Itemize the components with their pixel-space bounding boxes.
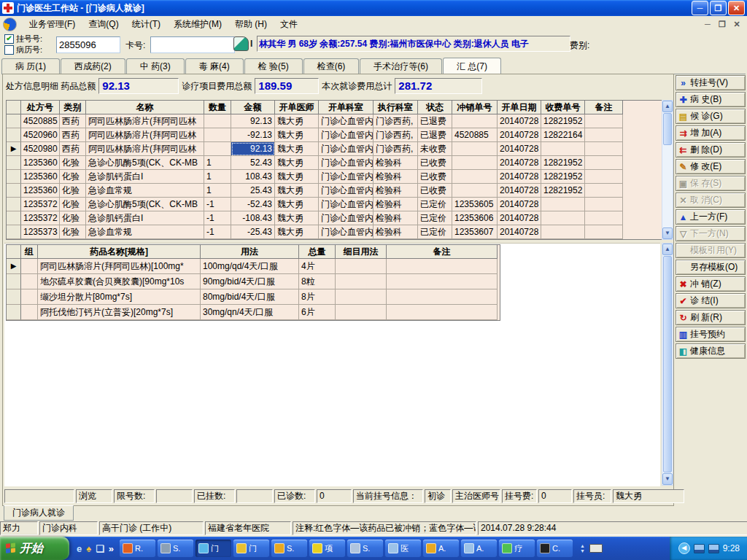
table-cell[interactable]: 魏大勇	[275, 170, 319, 184]
table-cell[interactable]: 门诊心血管内	[319, 198, 374, 211]
card-input[interactable]	[150, 36, 235, 53]
task-button-7[interactable]: 医	[385, 540, 421, 557]
keyboard-icon[interactable]	[589, 544, 603, 553]
table-cell[interactable]: 未收费	[418, 142, 452, 156]
table-cell[interactable]: 门诊心血管内	[319, 156, 374, 170]
table-cell[interactable]: 1235360	[21, 184, 60, 198]
table-cell[interactable]: 魏大勇	[275, 184, 319, 198]
scroll-down-icon[interactable]: ▼	[662, 228, 673, 239]
sidebar-button-8[interactable]: ▲上一方(F)	[676, 209, 746, 225]
table-cell[interactable]: 门诊心血管内	[319, 211, 374, 225]
scroll-up-icon[interactable]: ▲	[662, 101, 673, 112]
table-cell[interactable]: 4520885	[21, 114, 60, 128]
table-cell[interactable]: 魏大勇	[275, 211, 319, 225]
table-cell[interactable]: -1	[204, 211, 231, 225]
table-cell[interactable]: 检验科	[374, 225, 418, 239]
table-cell[interactable]: 已退费	[418, 128, 452, 142]
table-cell[interactable]: 20140728	[498, 198, 541, 211]
table-cell[interactable]: 1235372	[21, 198, 60, 211]
task-button-9[interactable]: A.	[461, 540, 497, 557]
tab-6[interactable]: 手术治疗等(6)	[360, 58, 442, 74]
table-cell[interactable]: 西药	[60, 128, 86, 142]
table-cell[interactable]: 已收费	[418, 184, 452, 198]
row-indicator[interactable]	[7, 211, 21, 225]
table-cell[interactable]: 西药	[60, 142, 86, 156]
table-cell[interactable]: 门诊西药,	[374, 142, 418, 156]
menu-item-4[interactable]: 帮助 (H)	[228, 17, 274, 32]
table-cell[interactable]: 缬沙坦分散片[80mg*7s]	[38, 289, 201, 305]
table-cell[interactable]: 已定价	[418, 225, 452, 239]
table-cell[interactable]: 20140728	[498, 170, 541, 184]
table-cell[interactable]: 魏大勇	[275, 142, 319, 156]
table-cell[interactable]: 1	[204, 170, 231, 184]
sidebar-button-1[interactable]: ✚病 史(B)	[676, 92, 746, 107]
task-button-1[interactable]: S.	[158, 540, 193, 557]
table-cell[interactable]: -52.43	[231, 198, 275, 211]
table-cell[interactable]: 急诊心肌酶5项(CK、CK-MB	[86, 198, 204, 211]
task-button-3[interactable]: 门	[233, 540, 269, 557]
card-reader-icon[interactable]	[233, 36, 249, 51]
regno-checkbox[interactable]: ✔	[4, 34, 14, 44]
table-cell[interactable]	[336, 305, 387, 320]
task-button-2[interactable]: 门	[196, 540, 231, 557]
sidebar-button-7[interactable]: ✕取 消(C)	[676, 192, 746, 208]
task-button-5[interactable]: 项	[309, 540, 345, 557]
table-cell[interactable]: 魏大勇	[275, 114, 319, 128]
table-cell[interactable]: 20140728	[498, 114, 541, 128]
table-cell[interactable]	[452, 156, 498, 170]
table-cell[interactable]: 检验科	[374, 184, 418, 198]
table-cell[interactable]: 已收费	[418, 156, 452, 170]
sidebar-button-12[interactable]: ✖冲 销(Z)	[676, 276, 746, 292]
row-indicator[interactable]: ▶	[7, 259, 21, 274]
table-cell[interactable]: 化验	[60, 211, 86, 225]
table-cell[interactable]	[387, 274, 498, 289]
table-cell[interactable]: 阿司匹林肠溶片(拜阿司匹林	[86, 128, 204, 142]
table-cell[interactable]: 1235372	[21, 211, 60, 225]
table-cell[interactable]: 门诊心血管内	[319, 225, 374, 239]
table-cell[interactable]: 门诊西药,	[374, 128, 418, 142]
sidebar-button-3[interactable]: ⇉增 加(A)	[676, 125, 746, 141]
tab-2[interactable]: 中 药(3)	[126, 58, 185, 74]
table-cell[interactable]	[21, 259, 38, 274]
sidebar-button-4[interactable]: ⇇删 除(D)	[676, 142, 746, 158]
table-cell[interactable]: 1235373	[21, 225, 60, 239]
row-indicator[interactable]	[7, 289, 21, 305]
table-cell[interactable]: 化验	[60, 225, 86, 239]
table-cell[interactable]: -1	[204, 198, 231, 211]
table-cell[interactable]: 20140728	[498, 142, 541, 156]
usage-table-scrollbar[interactable]: ▲ ▼	[662, 243, 673, 486]
table-cell[interactable]: 检验科	[374, 198, 418, 211]
table-cell[interactable]: 检验科	[374, 170, 418, 184]
table-cell[interactable]: -108.43	[231, 211, 275, 225]
menu-item-1[interactable]: 查询(Q)	[82, 17, 125, 32]
tray-chevron-icon[interactable]: ◀	[678, 542, 690, 554]
tab-5[interactable]: 检查(6)	[303, 58, 360, 74]
table-cell[interactable]: 已定价	[418, 211, 452, 225]
table-cell[interactable]: 阿司匹林肠溶片(拜阿司匹林	[86, 142, 204, 156]
table-cell[interactable]	[387, 259, 498, 274]
table-cell[interactable]	[204, 114, 231, 128]
table-cell[interactable]: 阿司匹林肠溶片(拜阿司匹林	[86, 114, 204, 128]
prescription-table-scrollbar[interactable]: ▲ ▼	[662, 100, 673, 240]
sidebar-button-10[interactable]: 模板引用(Y)	[676, 243, 746, 258]
scroll-thumb[interactable]	[663, 113, 672, 145]
table-cell[interactable]	[387, 305, 498, 320]
row-indicator[interactable]	[7, 305, 21, 320]
table-cell[interactable]: 1235360	[21, 156, 60, 170]
table-cell[interactable]	[452, 184, 498, 198]
scroll-up-icon[interactable]: ▲	[662, 244, 673, 255]
table-cell[interactable]: 25.43	[231, 184, 275, 198]
table-cell[interactable]	[585, 198, 623, 211]
table-cell[interactable]	[585, 156, 623, 170]
tab-1[interactable]: 西成药(2)	[61, 58, 125, 74]
table-cell[interactable]: 12821952	[541, 184, 585, 198]
task-button-11[interactable]: C.	[537, 540, 573, 557]
task-button-10[interactable]: 疗	[499, 540, 535, 557]
table-cell[interactable]: 20140728	[498, 156, 541, 170]
table-cell[interactable]	[21, 274, 38, 289]
table-cell[interactable]: 急诊肌钙蛋白I	[86, 211, 204, 225]
table-cell[interactable]: 已收费	[418, 170, 452, 184]
table-cell[interactable]: 魏大勇	[275, 198, 319, 211]
table-cell[interactable]: 12821952	[541, 170, 585, 184]
task-button-6[interactable]: S.	[347, 540, 383, 557]
